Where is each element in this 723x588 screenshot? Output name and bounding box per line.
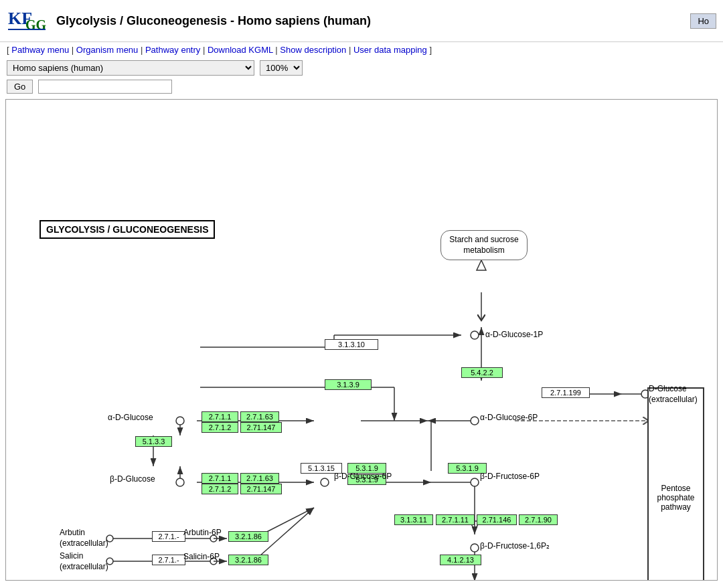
pathway-entry-link[interactable]: Pathway entry — [145, 45, 200, 55]
svg-point-45 — [176, 417, 184, 425]
label-beta-d-glucose: β-D-Glucose — [110, 474, 155, 484]
enzyme-5-4-2-2[interactable]: 5.4.2.2 — [461, 367, 503, 378]
enzyme-2-7-1-63b[interactable]: 2.7.1.63 — [240, 473, 279, 484]
svg-point-52 — [471, 544, 479, 552]
enzyme-2-7-1-199[interactable]: 2.7.1.199 — [542, 387, 590, 398]
label-alpha-d-glucose: α-D-Glucose — [108, 413, 153, 422]
svg-point-48 — [471, 478, 479, 486]
enzyme-3-1-3-10[interactable]: 3.1.3.10 — [325, 339, 378, 350]
enzyme-2-7-1-90[interactable]: 2.7.1.90 — [519, 514, 558, 525]
pentose-phosphate-box[interactable]: Pentosephosphatepathway — [647, 387, 704, 581]
enzyme-2-7-1-63a[interactable]: 2.7.1.63 — [240, 411, 279, 422]
label-beta-d-glucose-6p: β-D-Glucose-6P — [334, 472, 392, 481]
starch-sucrose-box[interactable]: Starch and sucrosemetabolism — [440, 230, 528, 260]
enzyme-2-7-1-1b[interactable]: 2.7.1.1 — [202, 473, 238, 484]
enzyme-2-7-1-dash-b[interactable]: 2.7.1.- — [152, 555, 185, 565]
enzyme-5-1-3-3[interactable]: 5.1.3.3 — [135, 436, 172, 447]
svg-point-47 — [321, 478, 329, 486]
pathway-diagram: GLYCOLYSIS / GLUCONEOGENESIS Starch and … — [6, 100, 716, 581]
pathway-title: GLYCOLYSIS / GLUCONEOGENESIS — [39, 220, 215, 239]
page-title: Glycolysis / Gluconeogenesis - Homo sapi… — [56, 14, 371, 28]
enzyme-2-71-147b[interactable]: 2.71.147 — [240, 484, 282, 494]
user-data-mapping-link[interactable]: User data mapping — [353, 45, 427, 55]
svg-point-50 — [471, 331, 479, 339]
label-arbutin-6p: Arbutin-6P — [183, 528, 222, 537]
enzyme-2-7-1-2a[interactable]: 2.7.1.2 — [202, 422, 238, 433]
show-description-link[interactable]: Show description — [280, 45, 346, 55]
enzyme-3-1-3-9[interactable]: 3.1.3.9 — [325, 379, 372, 390]
enzyme-2-7-1-2b[interactable]: 2.7.1.2 — [202, 484, 238, 494]
search-input[interactable] — [38, 80, 172, 94]
help-button[interactable]: Ho — [690, 13, 716, 29]
download-kgml-link[interactable]: Download KGML — [208, 45, 273, 55]
label-alpha-d-glucose-1p: α-D-Glucose-1P — [485, 330, 543, 339]
label-arbutin-extracellular: Arbutin(extracellular) — [60, 528, 108, 549]
svg-point-49 — [471, 417, 479, 425]
label-alpha-d-glucose-6p: α-D-Glucose-6P — [480, 413, 538, 422]
enzyme-2-7-1-1a[interactable]: 2.7.1.1 — [202, 411, 238, 422]
label-beta-d-fructose-1-6p2: β-D-Fructose-1,6P₂ — [480, 541, 550, 551]
label-salicin-6p: Salicin-6P — [183, 552, 220, 561]
controls-row2: Go — [0, 78, 723, 96]
zoom-select[interactable]: 100% 150% 200% 75% 50% — [260, 60, 303, 76]
pathway-menu-link[interactable]: Pathway menu — [11, 45, 69, 55]
enzyme-4-1-2-13[interactable]: 4.1.2.13 — [440, 555, 481, 565]
pathway-container: GLYCOLYSIS / GLUCONEOGENESIS Starch and … — [5, 99, 718, 581]
enzyme-2-7-1-dash-a[interactable]: 2.7.1.- — [152, 531, 185, 542]
label-d-glucose-extracellular: D-Glucose(extracellular) — [649, 384, 698, 405]
organism-select[interactable]: Homo sapiens (human) — [7, 60, 254, 76]
organism-menu-link[interactable]: Organism menu — [76, 45, 138, 55]
enzyme-2-71-147a[interactable]: 2.71.147 — [240, 422, 282, 433]
go-button[interactable]: Go — [7, 80, 33, 94]
enzyme-3-1-3-11[interactable]: 3.1.3.11 — [394, 514, 433, 525]
controls-row1: Homo sapiens (human) 100% 150% 200% 75% … — [0, 58, 723, 78]
kegg-logo: KF GG — [7, 4, 47, 37]
label-beta-d-fructose-6p: β-D-Fructose-6P — [480, 472, 540, 481]
label-salicin-extracellular: Salicin(extracellular) — [60, 551, 108, 572]
svg-marker-5 — [477, 260, 486, 270]
enzyme-3-2-1-86a[interactable]: 3.2.1.86 — [228, 531, 268, 542]
enzyme-2-71-146[interactable]: 2.71.146 — [477, 514, 517, 525]
enzyme-2-7-1-11[interactable]: 2.7.1.11 — [436, 514, 475, 525]
enzyme-3-2-1-86b[interactable]: 3.2.1.86 — [228, 555, 268, 565]
navigation-bar: [ Pathway menu | Organism menu | Pathway… — [0, 42, 723, 58]
svg-point-46 — [176, 478, 184, 486]
